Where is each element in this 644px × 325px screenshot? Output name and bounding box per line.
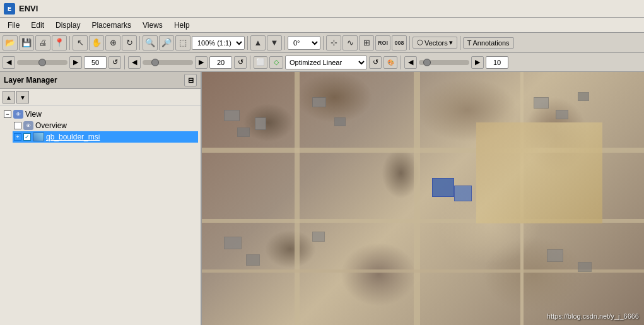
road-v2 xyxy=(414,72,420,325)
layer-manager: Layer Manager ⊟ ▲ ▼ − 👁 View 👁 Overview … xyxy=(0,72,202,325)
stretch-refresh-btn[interactable]: ↺ xyxy=(369,56,382,69)
layer-label: qb_boulder_msi xyxy=(46,133,100,141)
brightness-group: ◀ ▶ 50 ↺ xyxy=(3,56,121,69)
view-expand-btn[interactable]: − xyxy=(4,110,11,118)
main-area: Layer Manager ⊟ ▲ ▼ − 👁 View 👁 Overview … xyxy=(0,72,644,325)
cursor-button[interactable]: ⊹ xyxy=(326,35,341,50)
layer-manager-header: Layer Manager ⊟ xyxy=(0,72,201,89)
lm-up-btn[interactable]: ▲ xyxy=(3,91,15,103)
title-bar: E ENVI xyxy=(0,0,644,18)
building-8 xyxy=(312,232,325,242)
sep-tb2-3 xyxy=(401,56,401,69)
gamma-group: ◀ ▶ 10 xyxy=(404,56,508,69)
rotate-button[interactable]: ↻ xyxy=(122,35,137,50)
placemark-button[interactable]: 📍 xyxy=(52,35,67,50)
building-4 xyxy=(312,97,326,107)
brightness-min-btn[interactable]: ◀ xyxy=(3,56,15,69)
annotations-button[interactable]: T Annotations xyxy=(463,37,514,49)
zoom-out-button[interactable]: 🔎 xyxy=(159,35,174,50)
vectors-button[interactable]: ⬡ Vectors ▾ xyxy=(413,37,457,49)
rotation-combo[interactable]: 0° 45° 90° 180° xyxy=(288,36,320,50)
sep3 xyxy=(247,36,248,50)
tree-overview-node: 👁 Overview xyxy=(13,120,198,131)
layer-manager-collapse-btn[interactable]: ⊟ xyxy=(184,74,197,86)
zoom-combo[interactable]: 25% (1:4) 50% (1:2) 100% (1:1) 200% (2:1… xyxy=(192,36,245,50)
building-1 xyxy=(224,110,240,121)
building-2 xyxy=(237,127,250,137)
gamma-max-btn[interactable]: ▶ xyxy=(471,56,484,69)
gamma-slider[interactable] xyxy=(419,60,469,65)
view-eye-icon: 👁 xyxy=(13,110,23,119)
sep2 xyxy=(139,36,140,50)
brightness-slider[interactable] xyxy=(17,60,67,65)
layer-thumbnail-icon xyxy=(33,133,44,141)
layer-expand-btn[interactable]: + xyxy=(14,133,21,141)
zoom-box-button[interactable]: ⬚ xyxy=(175,35,190,50)
blue-building-2 xyxy=(454,186,472,201)
lm-down-btn[interactable]: ▼ xyxy=(16,91,29,103)
zoom-in-button[interactable]: 🔍 xyxy=(143,35,158,50)
stretch-combo[interactable]: Linear Optimized Linear Gaussian Equaliz… xyxy=(285,56,367,69)
blue-building-1 xyxy=(432,178,454,197)
menu-display[interactable]: Display xyxy=(50,20,85,31)
menu-file[interactable]: File xyxy=(3,20,25,31)
gamma-input[interactable]: 10 xyxy=(486,56,508,69)
stats-button[interactable]: ⊞ xyxy=(359,35,374,50)
sep4 xyxy=(284,36,285,50)
tree-view-node: − 👁 View xyxy=(3,109,198,120)
brightness-input[interactable]: 50 xyxy=(84,56,107,69)
layer-checkbox[interactable]: ✓ xyxy=(23,133,31,141)
vectors-label: Vectors xyxy=(424,39,448,47)
contrast-max-btn[interactable]: ▶ xyxy=(195,56,208,69)
menu-bar: File Edit Display Placemarks Views Help xyxy=(0,18,644,33)
roi-button[interactable]: ROI xyxy=(375,35,390,50)
overview-box xyxy=(14,122,21,129)
contrast-group: ◀ ▶ 20 ↺ xyxy=(128,56,247,69)
app-icon: E xyxy=(4,3,15,15)
toolbar1: 📂 💾 🖨 📍 ↖ ✋ ⊕ ↻ 🔍 🔎 ⬚ 25% (1:4) 50% (1:2… xyxy=(0,33,644,53)
brightness-refresh-btn[interactable]: ↺ xyxy=(108,56,121,69)
profile-button[interactable]: ∿ xyxy=(342,35,358,50)
road-v1 xyxy=(295,72,300,325)
sep6 xyxy=(409,36,410,50)
contrast-min-btn[interactable]: ◀ xyxy=(128,56,141,69)
pan-down-button[interactable]: ▼ xyxy=(267,35,282,50)
pan-up-button[interactable]: ▲ xyxy=(250,35,266,50)
building-3 xyxy=(255,117,266,130)
brightness-max-btn[interactable]: ▶ xyxy=(69,56,82,69)
sep7 xyxy=(460,36,460,50)
menu-views[interactable]: Views xyxy=(138,20,168,31)
map-viewport[interactable]: https://blog.csdn.net/y_j_6666 xyxy=(202,72,644,325)
building-6 xyxy=(224,237,242,249)
building-13 xyxy=(578,262,592,272)
open-button[interactable]: 📂 xyxy=(3,35,18,50)
band-select-button[interactable]: 008 xyxy=(392,35,407,50)
open-field xyxy=(476,122,602,223)
contrast-input[interactable]: 20 xyxy=(209,56,232,69)
gamma-min-btn[interactable]: ◀ xyxy=(404,56,417,69)
save-button[interactable]: 💾 xyxy=(19,35,34,50)
menu-placemarks[interactable]: Placemarks xyxy=(86,20,136,31)
menu-edit[interactable]: Edit xyxy=(26,20,49,31)
annotations-label: Annotations xyxy=(472,39,509,47)
print-button[interactable]: 🖨 xyxy=(35,35,50,50)
layer-tree: − 👁 View 👁 Overview + ✓ qb_boulder_msi xyxy=(0,106,201,325)
view-label: View xyxy=(25,110,42,119)
menu-help[interactable]: Help xyxy=(169,20,195,31)
contrast-refresh-btn[interactable]: ↺ xyxy=(234,56,247,69)
building-10 xyxy=(556,110,568,119)
geo-button[interactable]: ⊕ xyxy=(105,35,120,50)
building-9 xyxy=(534,97,549,109)
sep-tb2-2 xyxy=(250,56,250,69)
pan-button[interactable]: ✋ xyxy=(89,35,104,50)
overview-label: Overview xyxy=(35,121,67,130)
tree-layer-node[interactable]: + ✓ qb_boulder_msi xyxy=(13,131,198,143)
sep5 xyxy=(323,36,324,50)
contrast-slider[interactable] xyxy=(143,60,193,65)
building-11 xyxy=(578,92,589,101)
layer-manager-toolbar: ▲ ▼ xyxy=(0,89,201,106)
stretch-diamond-btn[interactable]: ◇ xyxy=(269,56,283,69)
color-table-btn[interactable]: 🎨 xyxy=(383,56,397,69)
select-button[interactable]: ↖ xyxy=(73,35,88,50)
stretch-box-btn[interactable]: ⬜ xyxy=(254,56,267,69)
